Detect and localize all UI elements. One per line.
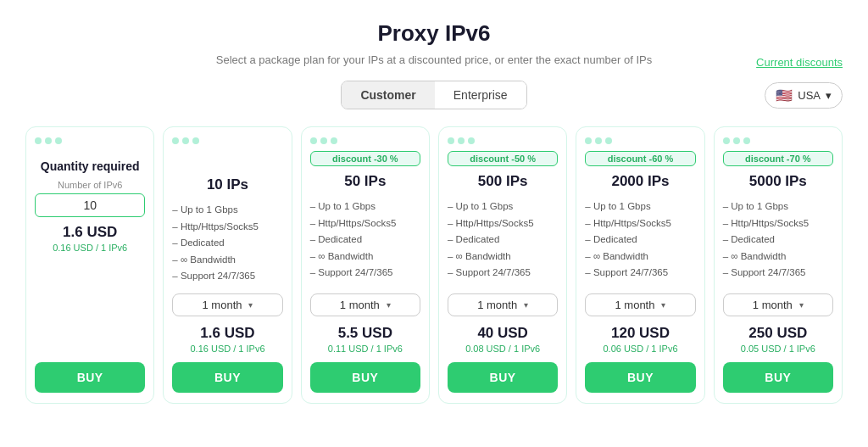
period-label: 1 month [340, 299, 380, 311]
feature-item: ∞ Bandwidth [723, 249, 833, 265]
dot-2 [45, 137, 52, 144]
feature-item: Http/Https/Socks5 [723, 215, 833, 232]
plan-features: Up to 1 GbpsHttp/Https/Socks5Dedicated∞ … [448, 198, 558, 285]
dot-3 [605, 137, 612, 144]
card-dots [448, 137, 558, 144]
dot-1 [448, 137, 454, 144]
discount-badge: discount -60 % [585, 151, 695, 166]
chevron-down-icon: ▾ [661, 300, 665, 310]
cards-row: Quantity required Number of IPv6 1.6 USD… [25, 126, 843, 404]
plan-card-plan-500: discount -50 % 500 IPs Up to 1 GbpsHttp/… [438, 126, 567, 404]
custom-price-main: 1.6 USD [35, 224, 145, 241]
period-select[interactable]: 1 month ▾ [723, 293, 833, 316]
period-label: 1 month [753, 299, 793, 311]
ipv6-quantity-input[interactable] [35, 193, 145, 217]
feature-item: Support 24/7/365 [310, 265, 420, 282]
chevron-down-icon: ▾ [799, 300, 804, 310]
feature-item: Support 24/7/365 [448, 265, 558, 282]
plan-card-plan-50: discount -30 % 50 IPs Up to 1 GbpsHttp/H… [301, 126, 430, 404]
custom-buy-button[interactable]: BUY [35, 362, 145, 393]
period-select[interactable]: 1 month ▾ [172, 293, 282, 316]
feature-item: Http/Https/Socks5 [172, 219, 282, 236]
plan-price-sub: 0.05 USD / 1 IPv6 [723, 344, 833, 354]
dot-1 [585, 137, 592, 144]
feature-item: ∞ Bandwidth [585, 249, 695, 265]
tab-enterprise[interactable]: Enterprise [435, 81, 526, 109]
feature-item: Http/Https/Socks5 [585, 215, 695, 232]
dot-1 [723, 137, 730, 144]
plan-buy-button[interactable]: BUY [723, 362, 833, 393]
feature-item: Http/Https/Socks5 [448, 215, 558, 232]
period-select[interactable]: 1 month ▾ [448, 293, 558, 316]
dot-2 [320, 137, 327, 144]
plan-title: 500 IPs [448, 173, 558, 190]
feature-item: Dedicated [310, 232, 420, 249]
tab-customer[interactable]: Customer [342, 81, 434, 109]
country-selector[interactable]: 🇺🇸 USA ▾ [765, 82, 843, 109]
feature-item: Up to 1 Gbps [448, 198, 558, 215]
plan-features: Up to 1 GbpsHttp/Https/Socks5Dedicated∞ … [172, 202, 282, 285]
dot-3 [743, 137, 750, 144]
dot-3 [468, 137, 475, 144]
card-dots [723, 137, 833, 144]
plan-price-main: 40 USD [448, 325, 558, 342]
plan-buy-button[interactable]: BUY [172, 362, 282, 393]
chevron-down-icon: ▾ [387, 300, 391, 310]
flag-icon: 🇺🇸 [776, 87, 793, 103]
plan-features: Up to 1 GbpsHttp/Https/Socks5Dedicated∞ … [723, 198, 833, 285]
feature-item: ∞ Bandwidth [448, 249, 558, 265]
feature-item: Up to 1 Gbps [310, 198, 420, 215]
plan-title: 50 IPs [310, 173, 420, 190]
feature-item: ∞ Bandwidth [172, 252, 282, 269]
feature-item: Dedicated [448, 232, 558, 249]
card-dots [585, 137, 695, 144]
discount-badge: discount -50 % [448, 151, 558, 166]
plan-features: Up to 1 GbpsHttp/Https/Socks5Dedicated∞ … [310, 198, 420, 285]
custom-price-sub: 0.16 USD / 1 IPv6 [35, 243, 145, 253]
custom-quantity-card: Quantity required Number of IPv6 1.6 USD… [25, 126, 154, 404]
dot-3 [55, 137, 62, 144]
dot-2 [182, 137, 189, 144]
plan-price-sub: 0.11 USD / 1 IPv6 [310, 344, 420, 354]
country-label: USA [798, 89, 821, 102]
plan-price-sub: 0.06 USD / 1 IPv6 [585, 344, 695, 354]
period-label: 1 month [203, 299, 242, 311]
page-wrapper: Proxy IPv6 Select a package plan for you… [0, 0, 868, 424]
dot-2 [458, 137, 465, 144]
plan-card-plan-2000: discount -60 % 2000 IPs Up to 1 GbpsHttp… [576, 126, 704, 404]
period-select[interactable]: 1 month ▾ [585, 293, 695, 316]
dot-3 [192, 137, 199, 144]
plan-buy-button[interactable]: BUY [310, 362, 420, 393]
plan-card-plan-10: 10 IPs Up to 1 GbpsHttp/Https/Socks5Dedi… [163, 126, 292, 404]
plan-price-main: 120 USD [585, 325, 695, 342]
custom-input-label: Number of IPv6 [35, 180, 145, 190]
feature-item: Dedicated [172, 235, 282, 252]
plan-card-plan-5000: discount -70 % 5000 IPs Up to 1 GbpsHttp… [714, 126, 843, 404]
feature-item: Support 24/7/365 [172, 268, 282, 285]
plan-title: 5000 IPs [723, 173, 833, 190]
dot-1 [172, 137, 179, 144]
plan-buy-button[interactable]: BUY [448, 362, 558, 393]
plan-price-sub: 0.08 USD / 1 IPv6 [448, 344, 558, 354]
custom-card-title: Quantity required [35, 159, 145, 173]
dot-2 [733, 137, 740, 144]
chevron-down-icon: ▾ [248, 300, 253, 310]
chevron-down-icon: ▾ [826, 89, 832, 102]
feature-item: Dedicated [723, 232, 833, 249]
card-dots [35, 137, 145, 144]
feature-item: Up to 1 Gbps [723, 198, 833, 215]
feature-item: ∞ Bandwidth [310, 249, 420, 265]
dot-1 [310, 137, 317, 144]
period-label: 1 month [477, 299, 517, 311]
plan-buy-button[interactable]: BUY [585, 362, 695, 393]
feature-item: Support 24/7/365 [723, 265, 833, 282]
feature-item: Http/Https/Socks5 [310, 215, 420, 232]
plan-price-sub: 0.16 USD / 1 IPv6 [172, 344, 282, 354]
feature-item: Dedicated [585, 232, 695, 249]
chevron-down-icon: ▾ [524, 300, 528, 310]
dot-2 [595, 137, 602, 144]
feature-item: Up to 1 Gbps [172, 202, 282, 219]
period-select[interactable]: 1 month ▾ [310, 293, 420, 316]
period-label: 1 month [615, 299, 654, 311]
feature-item: Support 24/7/365 [585, 265, 695, 282]
